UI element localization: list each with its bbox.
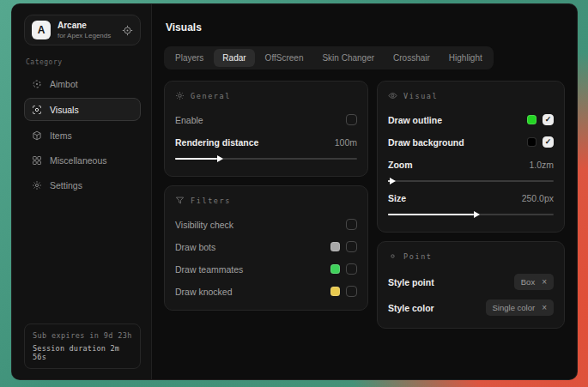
sidebar-item-aimbot[interactable]: Aimbot bbox=[24, 73, 141, 94]
draw-background-color-swatch[interactable] bbox=[527, 137, 536, 147]
tab-players[interactable]: Players bbox=[167, 49, 212, 67]
draw-bots-color-swatch[interactable] bbox=[330, 242, 340, 251]
card-title: Visual bbox=[403, 92, 438, 100]
size-value: 250.0px bbox=[522, 193, 554, 203]
size-label: Size bbox=[388, 193, 406, 203]
session-duration-text: Session duration 2m 56s bbox=[33, 344, 132, 361]
app-name: Arcane bbox=[58, 21, 111, 30]
draw-background-checkbox[interactable]: ✓ bbox=[543, 136, 554, 148]
eye-icon bbox=[388, 91, 397, 100]
rendering-distance-value: 100m bbox=[335, 137, 357, 148]
grid-icon bbox=[32, 155, 42, 166]
style-color-label: Style color bbox=[388, 303, 434, 313]
slider-fill[interactable] bbox=[388, 214, 474, 215]
sidebar: A Arcane for Apex Legends Category Aimbo… bbox=[12, 4, 152, 379]
app-header-card: A Arcane for Apex Legends bbox=[24, 15, 141, 45]
zoom-value: 1.0zm bbox=[529, 160, 554, 170]
target-icon[interactable] bbox=[122, 25, 133, 36]
style-point-label: Style point bbox=[388, 277, 434, 287]
draw-bots-label: Draw bots bbox=[175, 242, 215, 252]
sidebar-item-label: Settings bbox=[50, 180, 82, 190]
close-icon[interactable]: × bbox=[542, 277, 547, 287]
funnel-icon bbox=[175, 196, 185, 205]
app-subtitle: for Apex Legends bbox=[58, 32, 111, 39]
cube-icon bbox=[32, 130, 42, 141]
draw-outline-label: Draw outline bbox=[388, 115, 442, 125]
card-title: General bbox=[191, 92, 231, 100]
tab-skin-changer[interactable]: Skin Changer bbox=[313, 49, 383, 67]
sub-expires-text: Sub expires in 9d 23h bbox=[33, 331, 132, 340]
rendering-distance-label: Rendering distance bbox=[175, 137, 258, 148]
sidebar-item-label: Aimbot bbox=[50, 79, 78, 89]
enable-label: Enable bbox=[175, 115, 203, 125]
size-slider[interactable] bbox=[388, 214, 554, 215]
sidebar-item-settings[interactable]: Settings bbox=[24, 174, 141, 196]
close-icon[interactable]: × bbox=[542, 303, 547, 312]
card-title: Point bbox=[403, 252, 433, 261]
tab-crosshair[interactable]: Crosshair bbox=[385, 49, 439, 67]
slider-fill[interactable] bbox=[388, 180, 390, 182]
draw-knocked-color-swatch[interactable] bbox=[330, 287, 340, 296]
slider-fill[interactable] bbox=[175, 158, 217, 160]
style-point-value: Box bbox=[521, 277, 535, 287]
sidebar-item-label: Visuals bbox=[50, 105, 79, 115]
draw-knocked-label: Draw knocked bbox=[175, 287, 233, 297]
draw-outline-color-swatch[interactable] bbox=[527, 115, 536, 124]
tab-offscreen[interactable]: OffScreen bbox=[257, 49, 312, 67]
visual-card: Visual Draw outline ✓ Draw background bbox=[377, 81, 565, 233]
visibility-check-checkbox[interactable]: ✓ bbox=[346, 219, 357, 230]
gear-icon bbox=[32, 180, 42, 190]
category-label: Category bbox=[26, 58, 139, 66]
sidebar-item-visuals[interactable]: Visuals bbox=[24, 98, 141, 121]
sidebar-item-label: Miscellaneous bbox=[50, 155, 107, 166]
dot-icon bbox=[388, 251, 397, 261]
draw-background-label: Draw background bbox=[388, 137, 464, 148]
visibility-check-label: Visibility check bbox=[175, 220, 233, 230]
subscription-info: Sub expires in 9d 23h Session duration 2… bbox=[24, 324, 141, 369]
page-title: Visuals bbox=[166, 21, 565, 33]
rendering-distance-slider[interactable] bbox=[175, 158, 357, 160]
draw-outline-checkbox[interactable]: ✓ bbox=[543, 114, 554, 125]
style-color-value: Single color bbox=[493, 303, 536, 312]
sidebar-item-miscellaneous[interactable]: Miscellaneous bbox=[24, 149, 141, 171]
app-window: A Arcane for Apex Legends Category Aimbo… bbox=[11, 3, 578, 380]
tab-radar[interactable]: Radar bbox=[214, 49, 254, 67]
zoom-label: Zoom bbox=[388, 160, 413, 170]
general-card: General Enable ✓ Rendering distance 100m bbox=[164, 81, 368, 177]
crosshair-icon bbox=[32, 79, 42, 89]
zoom-slider[interactable] bbox=[388, 180, 554, 182]
point-card: Point Style point Box × Style color bbox=[377, 241, 565, 329]
draw-teammates-label: Draw teammates bbox=[175, 264, 243, 275]
draw-knocked-checkbox[interactable]: ✓ bbox=[346, 286, 357, 297]
card-title: Filters bbox=[191, 197, 231, 205]
scan-icon bbox=[32, 105, 42, 115]
draw-bots-checkbox[interactable]: ✓ bbox=[346, 241, 357, 252]
tab-highlight[interactable]: Highlight bbox=[440, 49, 491, 67]
sun-icon bbox=[175, 91, 185, 100]
app-logo: A bbox=[32, 21, 51, 39]
sidebar-item-label: Items bbox=[50, 130, 72, 141]
draw-teammates-checkbox[interactable]: ✓ bbox=[346, 263, 357, 275]
style-point-select[interactable]: Box × bbox=[514, 274, 554, 290]
draw-teammates-color-swatch[interactable] bbox=[330, 264, 340, 274]
enable-checkbox[interactable]: ✓ bbox=[346, 114, 357, 125]
tab-bar: Players Radar OffScreen Skin Changer Cro… bbox=[164, 46, 494, 70]
filters-card: Filters Visibility check ✓ Draw bots ✓ bbox=[164, 185, 368, 311]
sidebar-item-items[interactable]: Items bbox=[24, 124, 141, 146]
style-color-select[interactable]: Single color × bbox=[486, 299, 554, 316]
main-panel: Visuals Players Radar OffScreen Skin Cha… bbox=[152, 4, 577, 379]
